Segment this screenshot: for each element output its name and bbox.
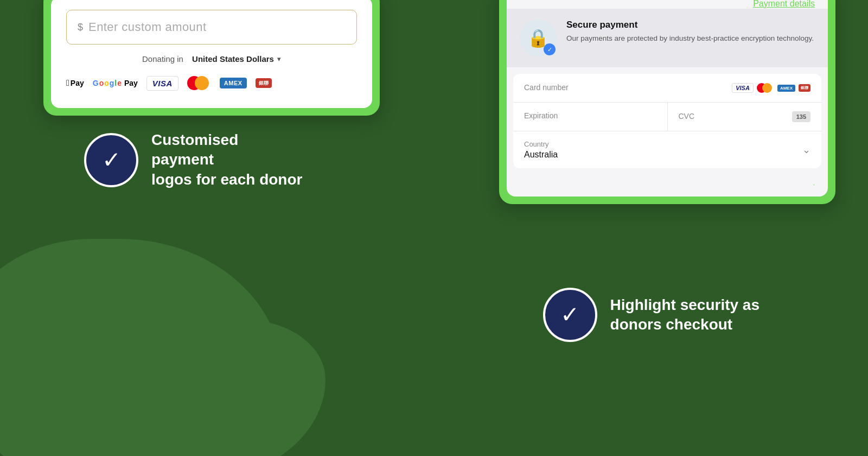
right-card-footer: · (507, 175, 828, 197)
cvc-field[interactable]: CVC 135 (668, 103, 822, 131)
footer-dot: · (813, 181, 815, 188)
unionpay-logo: 銀聯 (256, 78, 272, 88)
cvc-label: CVC (679, 112, 695, 121)
mc-orange-circle (195, 76, 209, 90)
g-yellow: o (104, 79, 109, 87)
amount-input-wrapper[interactable]: $ Enter custom amount (66, 10, 357, 45)
unionpay-text: 銀聯 (259, 80, 269, 86)
right-badge-circle: ✓ (543, 288, 597, 342)
visa-logo: VISA (146, 76, 178, 91)
g-green: l (114, 79, 117, 87)
apple-pay-logo:  Pay (66, 78, 84, 88)
country-value: Australia (524, 150, 558, 160)
secure-payment-section: 🔒 ✓ Secure payment Our payments are prot… (507, 9, 828, 67)
currency-name: United States Dollars (192, 54, 274, 64)
country-label: Country (524, 140, 558, 148)
left-badge-text: Customised payment logos for each donor (151, 130, 303, 189)
country-field[interactable]: Country Australia ⌄ (513, 131, 821, 168)
country-field-inner: Country Australia (524, 140, 558, 160)
mastercard-logo (187, 75, 211, 91)
g-red: o (99, 79, 104, 87)
cvc-icon: 135 (792, 111, 810, 122)
right-card-top: Payment details (507, 0, 828, 9)
mc-sm-orange (762, 83, 772, 93)
right-check-icon: ✓ (560, 303, 579, 326)
secure-payment-title: Secure payment (566, 20, 815, 30)
google-pay-logo: Google Pay (93, 79, 138, 87)
payment-logos-row:  Pay Google Pay VISA AMEX 銀聯 (66, 75, 357, 91)
right-panel: Payment details 🔒 ✓ Secure payment Our p… (499, 0, 835, 204)
right-badge-line1: Highlight security as (610, 296, 760, 313)
expiry-label: Expiration (524, 111, 656, 120)
expiry-cvc-row: Expiration CVC 135 (513, 103, 821, 131)
g-blue: G (93, 79, 99, 87)
left-badge-line2: logos for each donor (151, 171, 302, 188)
right-card-inner: Payment details 🔒 ✓ Secure payment Our p… (507, 0, 828, 197)
right-badge-text: Highlight security as donors checkout (610, 295, 760, 335)
card-number-field[interactable]: Card number VISA AMEX 銀聯 (513, 74, 821, 103)
unionpay-sm-logo: 銀聯 (799, 84, 810, 92)
apple-pay-label: Pay (71, 79, 84, 87)
right-badge-line2: donors checkout (610, 316, 733, 333)
left-panel: $ Enter custom amount Donating in United… (43, 0, 380, 116)
amount-placeholder: Enter custom amount (88, 20, 206, 34)
dollar-sign-icon: $ (78, 22, 83, 33)
visa-sm-logo: VISA (732, 83, 754, 93)
g-red2: e (117, 79, 122, 87)
left-badge-circle: ✓ (84, 133, 138, 187)
check-badge-small: ✓ (544, 43, 556, 55)
payment-details-link[interactable]: Payment details (753, 0, 815, 8)
apple-icon:  (66, 78, 69, 88)
left-badge: ✓ Customised payment logos for each dono… (84, 130, 303, 189)
expiry-field[interactable]: Expiration (513, 103, 668, 131)
secure-text-block: Secure payment Our payments are protecte… (566, 20, 815, 44)
currency-prefix: Donating in (142, 54, 183, 64)
left-card-inner: $ Enter custom amount Donating in United… (51, 0, 372, 108)
left-check-icon: ✓ (102, 149, 121, 172)
card-icons-row: VISA AMEX 銀聯 (732, 83, 810, 93)
secure-payment-desc: Our payments are protected by industry b… (566, 34, 815, 44)
card-number-label: Card number (524, 83, 569, 92)
right-badge: ✓ Highlight security as donors checkout (543, 288, 760, 342)
payment-form: Card number VISA AMEX 銀聯 Expiration (513, 74, 821, 168)
currency-chevron-icon: ▾ (277, 55, 281, 63)
mc-sm-logo (757, 83, 774, 93)
currency-row[interactable]: Donating in United States Dollars ▾ (66, 54, 357, 64)
g-blue2: g (110, 79, 114, 87)
lock-icon-wrapper: 🔒 ✓ (520, 20, 557, 56)
left-badge-line1: Customised payment (151, 131, 238, 168)
amex-sm-logo: AMEX (777, 85, 795, 92)
country-chevron-icon: ⌄ (802, 144, 810, 156)
amex-logo: AMEX (220, 78, 247, 88)
